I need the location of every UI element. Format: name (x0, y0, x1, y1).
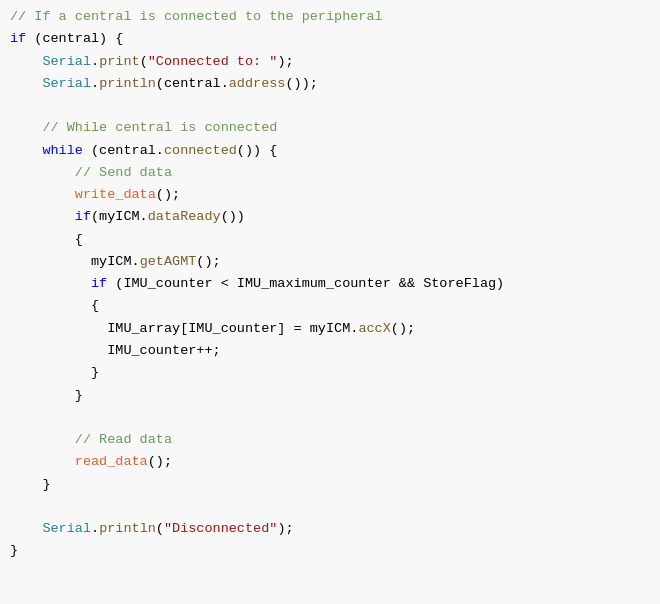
code-body: // If a central is connected to the peri… (0, 6, 660, 598)
code-token: // While central is connected (42, 120, 277, 135)
code-token: } (10, 477, 51, 492)
code-line: if(myICM.dataReady()) (10, 206, 650, 228)
code-token: getAGMT (140, 254, 197, 269)
code-token: write_data (75, 187, 156, 202)
code-token: while (42, 143, 83, 158)
code-token: // Read data (75, 432, 172, 447)
code-line: IMU_array[IMU_counter] = myICM.accX(); (10, 318, 650, 340)
code-line: // Send data (10, 162, 650, 184)
code-token: myICM. (91, 254, 140, 269)
code-line (10, 496, 650, 518)
code-token: Serial (42, 76, 91, 91)
code-line: while (central.connected()) { (10, 140, 650, 162)
code-token: ()) (221, 209, 245, 224)
code-line: { (10, 229, 650, 251)
code-line: if (central) { (10, 28, 650, 50)
code-line: } (10, 362, 650, 384)
code-token: (); (156, 187, 180, 202)
code-token: } (10, 388, 83, 403)
code-token: IMU_counter++; (107, 343, 220, 358)
code-line: Serial.println("Disconnected"); (10, 518, 650, 540)
code-token (10, 165, 75, 180)
code-token (10, 120, 42, 135)
code-token (10, 276, 91, 291)
code-token: (central. (156, 76, 229, 91)
code-token: address (229, 76, 286, 91)
code-token: . (91, 521, 99, 536)
code-line: if (IMU_counter < IMU_maximum_counter &&… (10, 273, 650, 295)
code-token (10, 76, 42, 91)
code-token: connected (164, 143, 237, 158)
code-line: myICM.getAGMT(); (10, 251, 650, 273)
code-token (10, 209, 75, 224)
code-line: // If a central is connected to the peri… (10, 6, 650, 28)
code-token (10, 343, 107, 358)
code-token: print (99, 54, 140, 69)
code-token: IMU_array[IMU_counter] = myICM. (107, 321, 358, 336)
code-token: Serial (42, 521, 91, 536)
code-token: (myICM. (91, 209, 148, 224)
code-token: (); (196, 254, 220, 269)
code-token: ( (140, 54, 148, 69)
code-token: ); (277, 521, 293, 536)
code-token: { (10, 298, 99, 313)
code-token (10, 187, 75, 202)
code-editor: // If a central is connected to the peri… (0, 0, 660, 604)
code-token (10, 321, 107, 336)
code-line: read_data(); (10, 451, 650, 473)
code-token: } (10, 543, 18, 558)
code-token: (IMU_counter < IMU_maximum_counter && St… (107, 276, 504, 291)
code-token: println (99, 76, 156, 91)
code-token (10, 521, 42, 536)
code-token: ()); (285, 76, 317, 91)
code-token: "Disconnected" (164, 521, 277, 536)
code-token: dataReady (148, 209, 221, 224)
code-line (10, 95, 650, 117)
code-token: // If a central is connected to the peri… (10, 9, 383, 24)
code-token: if (75, 209, 91, 224)
code-token: (central) { (26, 31, 123, 46)
code-line: // While central is connected (10, 117, 650, 139)
code-token: } (10, 365, 99, 380)
code-token: if (10, 31, 26, 46)
code-token (10, 432, 75, 447)
code-token: // Send data (75, 165, 172, 180)
code-token: println (99, 521, 156, 536)
code-line: // Read data (10, 429, 650, 451)
code-token: { (10, 232, 83, 247)
code-token: (central. (83, 143, 164, 158)
code-token: . (91, 76, 99, 91)
code-token: . (91, 54, 99, 69)
code-line (10, 407, 650, 429)
code-token: ()) { (237, 143, 278, 158)
code-token: read_data (75, 454, 148, 469)
code-line: } (10, 385, 650, 407)
code-line: IMU_counter++; (10, 340, 650, 362)
code-line: Serial.print("Connected to: "); (10, 51, 650, 73)
code-token: ( (156, 521, 164, 536)
code-token: Serial (42, 54, 91, 69)
code-token: if (91, 276, 107, 291)
code-token (10, 54, 42, 69)
code-token: ); (277, 54, 293, 69)
code-token: "Connected to: " (148, 54, 278, 69)
code-token (10, 454, 75, 469)
code-line: } (10, 540, 650, 562)
code-line: Serial.println(central.address()); (10, 73, 650, 95)
code-line: { (10, 295, 650, 317)
code-token (10, 143, 42, 158)
code-token: (); (148, 454, 172, 469)
code-token: (); (391, 321, 415, 336)
code-line: } (10, 474, 650, 496)
code-token (10, 254, 91, 269)
code-line: write_data(); (10, 184, 650, 206)
code-token: accX (358, 321, 390, 336)
